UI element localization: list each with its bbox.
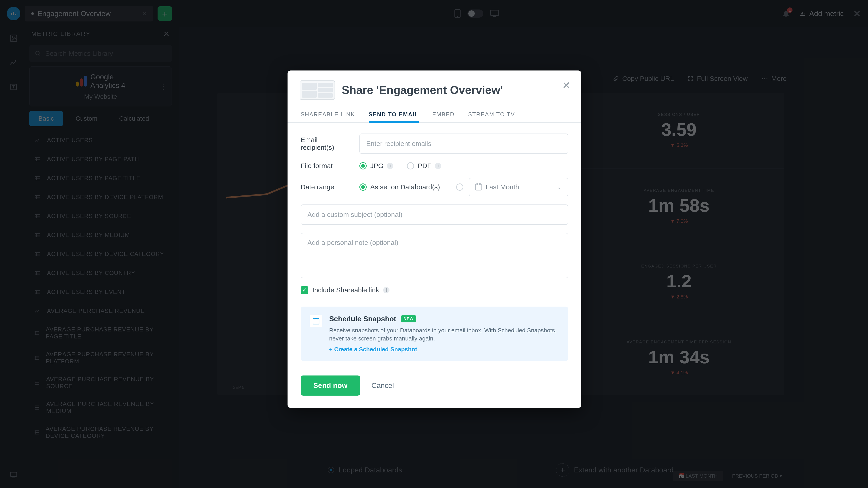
radio-unselected-icon	[456, 184, 463, 191]
share-modal: Share 'Engagement Overview' ✕ SHAREABLE …	[287, 70, 581, 408]
recipients-label: Email recipient(s)	[301, 136, 352, 151]
modal-tab-stream-to-tv[interactable]: STREAM TO TV	[468, 107, 515, 122]
send-now-button[interactable]: Send now	[301, 376, 360, 396]
chevron-down-icon: ⌄	[557, 184, 562, 191]
modal-header: Share 'Engagement Overview' ✕	[287, 70, 581, 107]
new-badge: NEW	[401, 315, 416, 322]
svg-rect-9	[313, 319, 319, 324]
snapshot-desc: Receive snapshots of your Databoards in …	[329, 326, 559, 343]
create-snapshot-link[interactable]: + Create a Scheduled Snapshot	[329, 346, 559, 353]
range-asboard-radio[interactable]: As set on Databoard(s)	[360, 183, 440, 191]
snapshot-title: Schedule Snapshot	[329, 315, 396, 323]
checkbox-checked-icon: ✓	[301, 286, 308, 294]
modal-body: Email recipient(s) File format JPG i PDF…	[287, 123, 581, 365]
cancel-button[interactable]: Cancel	[371, 381, 394, 390]
radio-selected-icon	[360, 162, 367, 169]
modal-title: Share 'Engagement Overview'	[342, 84, 503, 97]
radio-unselected-icon	[407, 162, 414, 169]
calendar-icon	[475, 184, 482, 191]
modal-footer: Send now Cancel	[287, 365, 581, 408]
include-link-checkbox[interactable]: ✓ Include Shareable link i	[301, 286, 568, 294]
modal-tab-embed[interactable]: EMBED	[432, 107, 455, 122]
modal-tab-send-to-email[interactable]: SEND TO EMAIL	[369, 107, 418, 122]
recipients-input[interactable]	[360, 133, 568, 154]
info-icon[interactable]: i	[387, 163, 393, 169]
note-textarea[interactable]	[301, 233, 568, 278]
info-icon[interactable]: i	[435, 163, 441, 169]
close-modal-button[interactable]: ✕	[562, 79, 570, 91]
schedule-snapshot-panel: Schedule Snapshot NEW Receive snapshots …	[301, 306, 568, 361]
modal-tab-shareable-link[interactable]: SHAREABLE LINK	[301, 107, 355, 122]
modal-tabs: SHAREABLE LINKSEND TO EMAILEMBEDSTREAM T…	[287, 107, 581, 123]
board-thumbnail	[300, 80, 335, 100]
format-pdf-radio[interactable]: PDF i	[407, 162, 441, 170]
subject-input[interactable]	[301, 204, 568, 225]
range-label: Date range	[301, 183, 352, 191]
format-jpg-radio[interactable]: JPG i	[360, 162, 393, 170]
radio-selected-icon	[360, 184, 367, 191]
calendar-snapshot-icon	[310, 315, 322, 327]
range-custom-option[interactable]: Last Month ⌄	[456, 178, 568, 196]
date-range-select[interactable]: Last Month ⌄	[469, 178, 568, 196]
format-label: File format	[301, 162, 352, 170]
info-icon[interactable]: i	[383, 287, 390, 293]
